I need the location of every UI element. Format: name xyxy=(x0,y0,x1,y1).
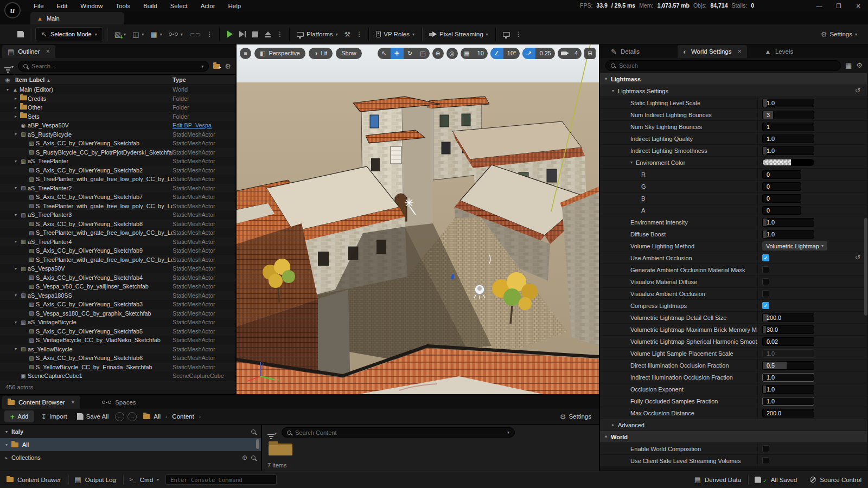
outliner-row[interactable]: ▧S_Axis_CC_by_OliverYeung_SketchfabStati… xyxy=(0,139,235,148)
rotate-tool-button[interactable]: ↻ xyxy=(404,48,417,59)
vr-mode-button[interactable]: ⊂⊃ xyxy=(186,27,205,42)
scale-tool-button[interactable]: ◳ xyxy=(417,48,430,59)
outliner-row[interactable]: ▧S_Axis_CC_by_OliverYeung_Sketchfab3Stat… xyxy=(0,300,235,309)
console-command-input[interactable] xyxy=(170,477,272,483)
camera-speed-icon[interactable] xyxy=(558,48,571,59)
select-tool-button[interactable]: ↖ xyxy=(378,48,391,59)
content-browser-settings-button[interactable]: ⚙Settings xyxy=(557,409,595,424)
world-settings-options-button[interactable]: ⚙ xyxy=(856,61,863,69)
outliner-row[interactable]: ▾▧as_YellowBicycleStaticMeshActor xyxy=(0,345,235,354)
play-button[interactable] xyxy=(224,27,236,42)
outliner-filter-button[interactable]: ▾ xyxy=(4,63,14,69)
cinematics-button[interactable]: ▦▾ xyxy=(147,27,165,42)
outliner-row[interactable]: ▸CreditsFolder xyxy=(0,94,235,104)
property-input[interactable]: 0.5 xyxy=(762,361,814,370)
outliner-settings-button[interactable]: ⚙ xyxy=(225,62,231,70)
asset-folder-tile[interactable] xyxy=(269,444,292,455)
expander-icon[interactable]: ▾ xyxy=(12,132,19,137)
grid-snap-value[interactable]: 10 xyxy=(474,50,488,56)
asset-filter-button[interactable]: ▾ xyxy=(267,429,277,436)
property-dropdown[interactable]: Volumetric Lightmap▾ xyxy=(762,241,827,251)
edit-blueprint-link[interactable]: Edit BP_Vespa xyxy=(173,122,235,129)
menu-window[interactable]: Window xyxy=(75,1,108,11)
eject-button[interactable] xyxy=(261,27,275,42)
asset-search-box[interactable]: ▾ xyxy=(282,427,515,438)
settings-section-advanced[interactable]: ▸Advanced xyxy=(600,419,867,431)
vp-roles-dropdown[interactable]: VP Roles▾ xyxy=(373,27,418,42)
world-settings-search-box[interactable] xyxy=(605,60,841,71)
outliner-row[interactable]: ▧S_TreePlanter_with_grate_free_low_poly_… xyxy=(0,255,235,265)
restore-button[interactable]: ❐ xyxy=(829,0,848,12)
outliner-row[interactable]: ▾▧aS_TreePlanter4StaticMeshActor xyxy=(0,237,235,247)
import-button[interactable]: ↧Import xyxy=(37,409,71,424)
asset-search-input[interactable] xyxy=(295,429,503,436)
settings-section-lightmass[interactable]: ▾Lightmass xyxy=(600,73,867,85)
menu-actor[interactable]: Actor xyxy=(195,1,221,11)
property-input[interactable]: 1 xyxy=(762,123,814,131)
outliner-row[interactable]: ▧S_Axis_CC_by_OliverYeung_Sketchfab6Stat… xyxy=(0,354,235,363)
outliner-row[interactable]: ▧S_Vespa_ss180_CC_by_graphix_SketchfabSt… xyxy=(0,309,235,318)
expander-icon[interactable]: ▾ xyxy=(12,185,19,190)
property-input[interactable]: 1.0 xyxy=(762,146,814,155)
property-input[interactable]: 1.0 xyxy=(762,397,814,406)
settings-section-world[interactable]: ▾World xyxy=(600,431,867,442)
collections-row[interactable]: ▸ Collections ⊕ xyxy=(0,451,261,464)
source-control-button[interactable]: Source Control xyxy=(803,471,868,488)
outliner-row[interactable]: ▧S_Axis_CC_by_OliverYeung_Sketchfab2Stat… xyxy=(0,166,235,175)
viewport-menu-button[interactable]: ≡ xyxy=(240,48,251,59)
blueprints-button[interactable]: ◫▾ xyxy=(129,27,147,42)
surface-snap-button[interactable]: ◎ xyxy=(446,48,458,59)
maximize-viewport-button[interactable]: ⊞ xyxy=(584,48,596,59)
stage-monitor-button[interactable] xyxy=(500,27,513,42)
selection-mode-dropdown[interactable]: ↖ Selection Mode ▾ xyxy=(35,27,103,41)
outliner-row[interactable]: ▾▲Main (Editor)World xyxy=(0,85,235,94)
expander-icon[interactable]: ▾ xyxy=(5,442,8,447)
menu-help[interactable]: Help xyxy=(223,1,247,11)
menu-file[interactable]: File xyxy=(28,1,49,11)
cmd-dropdown[interactable]: >_Cmd▾ xyxy=(123,471,165,488)
outliner-search-box[interactable]: ▾ xyxy=(18,61,209,72)
add-button[interactable]: +Add xyxy=(4,410,34,422)
scrollbar-thumb[interactable] xyxy=(864,218,867,316)
level-viewport[interactable]: Y Z ≡ ◧Perspective ◑Lit Show ↖ ✛ ↻ ◳ ⊕ ◎… xyxy=(237,44,599,394)
outliner-row[interactable]: ▧S_Vespa_v50_CC_by_yailjinser_SketchfabS… xyxy=(0,282,235,291)
expander-icon[interactable]: ▾ xyxy=(4,87,11,92)
expander-icon[interactable]: ▾ xyxy=(12,266,19,271)
outliner-row[interactable]: ▧S_Axis_CC_by_OliverYeung_Sketchfab9Stat… xyxy=(0,246,235,255)
tab-spaces[interactable]: Spaces xyxy=(97,396,141,409)
outliner-row[interactable]: ▾▧aS_TreePlanter2StaticMeshActor xyxy=(0,184,235,193)
property-input[interactable]: 1.0 xyxy=(762,134,814,143)
minimize-button[interactable]: — xyxy=(809,0,829,12)
source-root-row[interactable]: ▾ Italy xyxy=(0,425,261,438)
outliner-row[interactable]: ▣SceneCaptureCube1SceneCaptureCube xyxy=(0,371,235,381)
column-item-label[interactable]: Item Label ▲ xyxy=(15,76,173,83)
all-saved-button[interactable]: ✓All Saved xyxy=(748,471,803,488)
platforms-dropdown[interactable]: Platforms▾ xyxy=(293,27,341,42)
property-input[interactable]: 1.0 xyxy=(762,230,814,239)
menu-tools[interactable]: Tools xyxy=(110,1,136,11)
expander-icon[interactable]: ▾ xyxy=(12,239,19,244)
derived-data-button[interactable]: ▤Derived Data xyxy=(688,471,748,488)
outliner-row[interactable]: ▧S_RustyBicycle_CC_by_PiotrPjotDyderski_… xyxy=(0,148,235,157)
tab-outliner[interactable]: ▤ Outliner ✕ xyxy=(2,45,55,58)
outliner-search-input[interactable] xyxy=(31,63,197,69)
property-checkbox[interactable]: ✓ xyxy=(762,302,769,309)
expander-icon[interactable]: ▾ xyxy=(12,213,19,217)
breadcrumb-root[interactable]: All xyxy=(154,413,161,420)
show-dropdown[interactable]: Show xyxy=(336,48,362,59)
multi-user-button[interactable]: ⚒ xyxy=(341,27,354,42)
tab-details[interactable]: ✎ Details xyxy=(605,45,645,58)
frame-skip-button[interactable] xyxy=(236,27,250,42)
unreal-logo-icon[interactable]: u xyxy=(4,2,21,18)
property-input[interactable]: 0 xyxy=(762,182,801,191)
property-checkbox[interactable]: ✓ xyxy=(762,254,769,261)
stage-monitor-options-button[interactable]: ⋮ xyxy=(513,30,524,38)
tab-world-settings[interactable]: ◐ World Settings ✕ xyxy=(678,45,747,58)
outliner-row[interactable]: ▾▧aS_TreePlanter3StaticMeshActor xyxy=(0,210,235,220)
camera-speed-value[interactable]: 4 xyxy=(571,50,582,56)
search-icon[interactable] xyxy=(251,455,256,460)
outliner-row[interactable]: ▾▧aS_RustyBicycleStaticMeshActor xyxy=(0,130,235,139)
toolbar-overflow-button[interactable]: ⋮ xyxy=(205,30,215,38)
property-input[interactable]: 1.0 xyxy=(762,99,814,107)
outliner-row[interactable]: ▧S_TreePlanter_with_grate_free_low_poly_… xyxy=(0,202,235,211)
